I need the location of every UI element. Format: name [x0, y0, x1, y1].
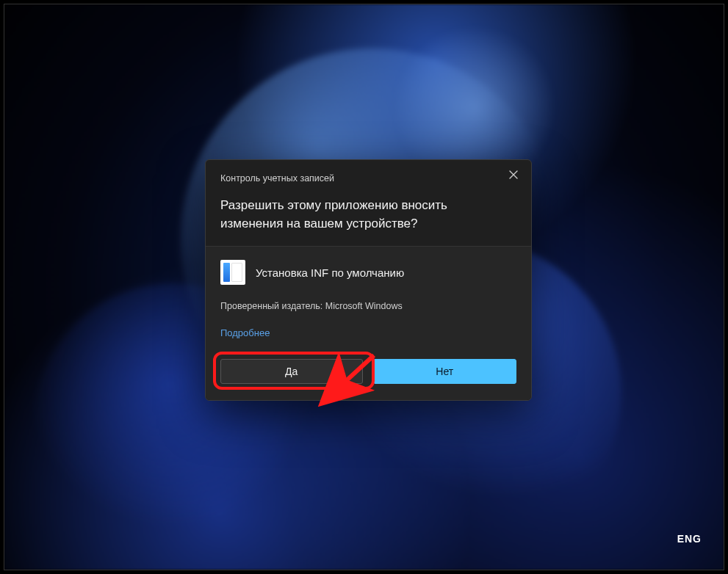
app-icon [220, 260, 245, 285]
dialog-body: Установка INF по умолчанию Проверенный и… [206, 247, 531, 400]
button-row: Да Нет [220, 359, 516, 384]
language-indicator[interactable]: ENG [677, 533, 702, 545]
app-row: Установка INF по умолчанию [220, 260, 516, 285]
dialog-header: Контроль учетных записей Разрешить этому… [206, 160, 531, 247]
details-link[interactable]: Подробнее [220, 327, 270, 338]
dialog-title: Контроль учетных записей [220, 173, 516, 184]
uac-dialog: Контроль учетных записей Разрешить этому… [205, 159, 532, 401]
yes-button[interactable]: Да [220, 359, 363, 384]
publisher-line: Проверенный издатель: Microsoft Windows [220, 301, 516, 311]
close-icon [509, 169, 518, 182]
dialog-question: Разрешить этому приложению вносить измен… [220, 197, 516, 233]
app-name: Установка INF по умолчанию [256, 266, 404, 279]
close-button[interactable] [500, 164, 527, 186]
no-button[interactable]: Нет [373, 359, 517, 384]
screen-frame: ENG Контроль учетных записей Разрешить э… [4, 4, 724, 570]
